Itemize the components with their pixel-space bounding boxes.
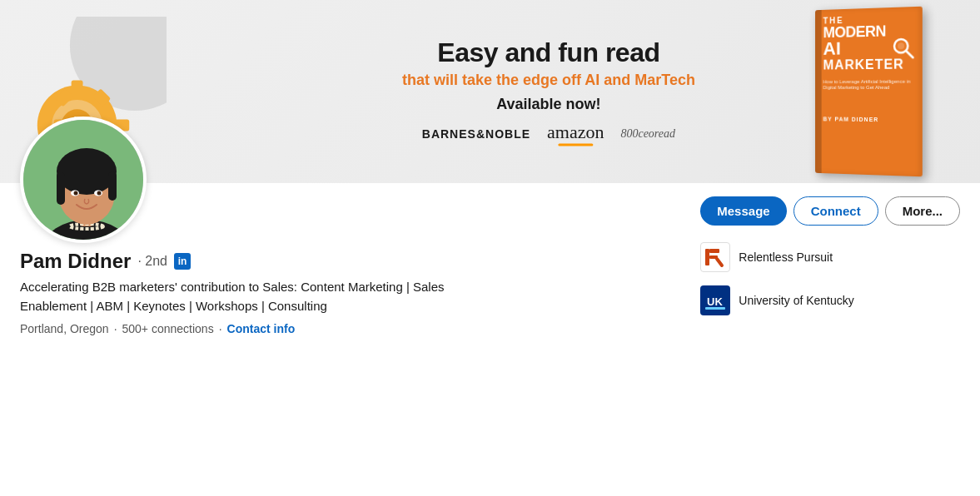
rp-logo-icon xyxy=(704,246,727,269)
book-title-ai: AI xyxy=(823,40,841,58)
store-amazon: amazon xyxy=(547,122,604,146)
profile-name: Pam Didner xyxy=(20,250,131,273)
avatar[interactable] xyxy=(20,117,147,243)
svg-text:UK: UK xyxy=(707,295,723,308)
action-buttons: Message Connect More... xyxy=(700,196,960,226)
book-subtitle: How to Leverage Artificial Intelligence … xyxy=(823,78,914,92)
svg-point-28 xyxy=(97,191,102,196)
book-author: BY PAM DIDNER xyxy=(823,117,914,123)
svg-point-27 xyxy=(74,191,78,196)
svg-rect-23 xyxy=(57,171,65,205)
message-button[interactable]: Message xyxy=(700,196,786,226)
separator-dot-1: · xyxy=(114,322,117,335)
svg-rect-3 xyxy=(72,81,83,95)
contact-info-link[interactable]: Contact info xyxy=(227,322,296,335)
profile-location: Portland, Oregon xyxy=(20,322,109,335)
company-row-1: UK University of Kentucky xyxy=(700,285,960,315)
action-buttons-area: Message Connect More... xyxy=(700,196,960,322)
connect-button[interactable]: Connect xyxy=(793,196,878,226)
banner: Easy and fun read that will take the edg… xyxy=(0,0,980,183)
relentless-pursuit-logo xyxy=(700,242,730,272)
magnifier-icon xyxy=(892,37,916,61)
svg-point-16 xyxy=(898,42,904,49)
uk-logo-icon: UK xyxy=(704,289,727,312)
profile-lower: Message Connect More... xyxy=(0,183,980,496)
banner-available: Available now! xyxy=(402,96,695,113)
banner-text-area: Easy and fun read that will take the edg… xyxy=(402,37,695,146)
company-name-0: Relentless Pursuit xyxy=(739,250,833,264)
avatar-wrapper xyxy=(20,117,147,243)
university-kentucky-logo: UK xyxy=(700,285,730,315)
banner-subtitle: that will take the edge off AI and MarTe… xyxy=(402,72,695,89)
profile-card: Easy and fun read that will take the edg… xyxy=(0,0,980,496)
separator-dot-2: · xyxy=(219,322,222,335)
more-button[interactable]: More... xyxy=(885,196,960,226)
svg-line-15 xyxy=(906,51,913,57)
store-800ceoread: 800ceoread xyxy=(620,127,675,141)
banner-stores: BARNES&NOBLE amazon 800ceoread xyxy=(402,122,695,146)
svg-rect-30 xyxy=(709,249,719,253)
company-info: Relentless Pursuit UK University of Kent… xyxy=(700,242,960,322)
connections-count: 500+ connections xyxy=(122,322,214,335)
store-barnes-noble: BARNES&NOBLE xyxy=(422,127,530,141)
degree-badge: · 2nd xyxy=(137,254,167,269)
svg-rect-34 xyxy=(705,307,725,310)
company-name-1: University of Kentucky xyxy=(739,294,854,307)
svg-rect-24 xyxy=(108,171,117,201)
svg-rect-29 xyxy=(705,249,709,265)
book-cover-container: THE MODERN AI MARKETER How to Leverage A… xyxy=(813,8,947,183)
company-row-0: Relentless Pursuit xyxy=(700,242,960,272)
linkedin-badge-icon: in xyxy=(174,253,191,270)
profile-meta: Portland, Oregon · 500+ connections · Co… xyxy=(20,322,960,335)
banner-title: Easy and fun read xyxy=(402,37,695,68)
svg-point-22 xyxy=(57,148,117,195)
profile-headline: Accelerating B2B marketers' contribution… xyxy=(20,278,470,315)
avatar-photo xyxy=(23,120,147,243)
book-cover: THE MODERN AI MARKETER How to Leverage A… xyxy=(815,7,923,177)
